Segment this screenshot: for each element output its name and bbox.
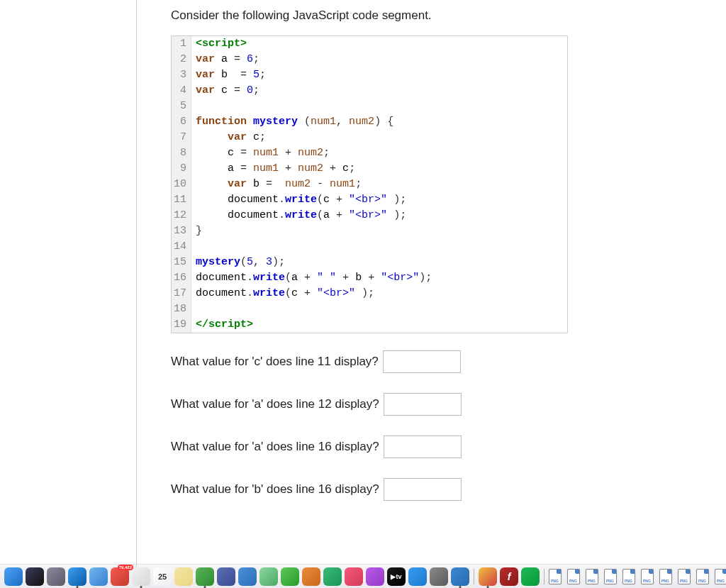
question-1: What value for 'c' does line 11 display? (171, 350, 699, 373)
music-icon[interactable] (345, 567, 363, 586)
question-2: What value for 'a' does line 12 display? (171, 393, 699, 416)
dock-file-icon[interactable]: PNG (641, 569, 657, 584)
dock-file-icon[interactable]: PNG (678, 569, 693, 584)
prefs-icon[interactable] (430, 567, 448, 586)
dock-file-icon[interactable]: PNG (715, 569, 726, 584)
podcasts-icon[interactable] (366, 567, 384, 586)
keynote-icon[interactable] (238, 567, 257, 586)
mail-icon[interactable] (89, 567, 108, 586)
chrome-icon[interactable] (479, 567, 497, 586)
finder-icon[interactable] (4, 567, 23, 586)
dock-file-icon[interactable]: PNG (604, 569, 620, 584)
numbers-icon[interactable] (323, 567, 342, 586)
answer-input-3[interactable] (384, 436, 462, 458)
tv-icon[interactable]: ▶tv (387, 567, 406, 586)
question-label: What value for 'c' does line 11 display? (171, 355, 379, 369)
dock-file-icon[interactable]: PNG (549, 569, 564, 584)
macos-dock: 79,42225▶tvfPNGPNGPNGPNGPNGPNGPNGPNGPNGP… (0, 564, 726, 588)
notes-icon[interactable] (174, 567, 193, 586)
dock-file-icon[interactable]: PNG (567, 569, 583, 584)
dock-file-icon[interactable]: PNG (586, 569, 601, 584)
facetime-icon[interactable] (281, 567, 299, 586)
launchpad-icon[interactable] (47, 567, 65, 586)
maps-icon[interactable] (259, 567, 278, 586)
answer-input-4[interactable] (384, 478, 462, 501)
dock-file-icon[interactable]: PNG (659, 569, 675, 584)
flash-icon[interactable]: f (500, 567, 518, 586)
reminders-icon[interactable] (132, 567, 150, 586)
safari-icon[interactable] (68, 567, 86, 586)
question-content: Consider the following JavaScript code s… (136, 0, 726, 567)
question-3: What value for 'a' does line 16 display? (171, 436, 699, 458)
calendar-icon[interactable]: 25 (153, 567, 172, 586)
answer-input-1[interactable] (383, 350, 461, 373)
vscode-icon[interactable] (451, 567, 469, 586)
question-label: What value for 'b' does line 16 display? (171, 482, 379, 497)
siri-icon[interactable] (26, 567, 44, 586)
dock-file-icon[interactable]: PNG (622, 569, 638, 584)
intro-paragraph: Consider the following JavaScript code s… (171, 9, 699, 23)
photos-icon[interactable] (217, 567, 235, 586)
spotify-icon[interactable] (521, 567, 540, 586)
messages-icon[interactable]: 79,422 (111, 567, 129, 586)
question-label: What value for 'a' does line 12 display? (171, 397, 379, 411)
question-label: What value for 'a' does line 16 display? (171, 440, 379, 454)
appstore-icon[interactable] (408, 567, 427, 586)
dock-separator (474, 569, 474, 584)
code-block: 1<script> 2var a = 6; 3var b = 5; 4var c… (171, 35, 568, 333)
dock-file-icon[interactable]: PNG (696, 569, 712, 584)
photobooth-icon[interactable] (302, 567, 320, 586)
preview-icon[interactable] (196, 567, 214, 586)
question-4: What value for 'b' does line 16 display? (171, 478, 699, 501)
answer-input-2[interactable] (384, 393, 462, 416)
dock-separator (544, 569, 544, 584)
